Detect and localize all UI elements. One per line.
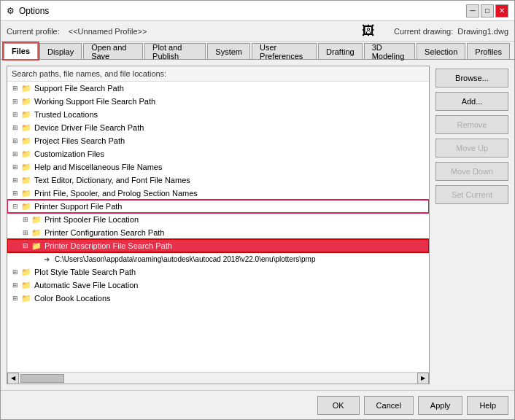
tree-item-support-search[interactable]: ⊞ 📁 Support File Search Path [7,82,429,95]
item-label: Help and Miscellaneous File Names [34,163,162,171]
tree-item-printer-desc-path[interactable]: ⊞ ➜ C:\Users\Jason\appdata\roaming\autod… [7,252,429,265]
folder-icon: 📁 [20,148,32,160]
expand-icon[interactable]: ⊞ [10,136,20,146]
folder-icon: 📁 [31,240,42,252]
add-button[interactable]: Add... [435,92,508,111]
tree-item-trusted[interactable]: ⊞ 📁 Trusted Locations [7,108,429,121]
tab-plot-publish[interactable]: Plot and Publish [144,43,206,59]
tab-display[interactable]: Display [39,43,82,59]
close-button[interactable]: ✕ [495,4,508,18]
folder-icon: 📁 [20,82,32,94]
item-label: Printer Support File Path [34,202,122,211]
tree-item-device-driver[interactable]: ⊞ 📁 Device Driver File Search Path [7,121,429,134]
folder-icon: 📁 [20,122,32,133]
expand-icon[interactable]: ⊟ [10,201,20,211]
item-label: Automatic Save File Location [34,281,138,289]
move-down-button[interactable]: Move Down [435,162,508,181]
tab-selection[interactable]: Selection [417,43,465,59]
current-profile-label: Current profile: [7,27,60,36]
expand-icon[interactable]: ⊞ [20,228,31,238]
item-label: Color Book Locations [34,294,111,303]
tab-user-pref[interactable]: User Preferences [252,43,317,59]
right-panel: Browse... Add... Remove Move Up Move Dow… [435,66,508,384]
tree-item-plot-style[interactable]: ⊞ 📁 Plot Style Table Search Path [7,265,429,279]
tree-item-printer-config[interactable]: ⊞ 📁 Printer Configuration Search Path [7,226,429,239]
item-label: C:\Users\Jason\appdata\roaming\autodesk\… [55,255,315,263]
current-profile-value: <<Unnamed Profile>> [69,27,147,36]
folder-icon: 📁 [31,214,42,225]
folder-icon: 📁 [20,292,32,304]
set-current-button[interactable]: Set Current [435,185,508,204]
expand-icon[interactable]: ⊞ [10,280,20,290]
item-label: Print Spooler File Location [44,215,139,224]
expand-icon[interactable]: ⊞ [10,267,20,277]
window-title: Options [19,6,49,16]
maximize-button[interactable]: □ [481,4,494,18]
tree-item-help-misc[interactable]: ⊞ 📁 Help and Miscellaneous File Names [7,160,429,174]
expand-icon[interactable]: ⊞ [10,293,20,303]
tab-open-save[interactable]: Open and Save [83,43,143,59]
item-label: Plot Style Table Search Path [34,268,136,276]
content-area: Search paths, file names, and file locat… [1,60,514,390]
title-bar: ⚙ Options ─ □ ✕ [1,1,514,21]
item-label: Customization Files [34,149,104,158]
folder-icon: 📁 [20,135,32,147]
move-up-button[interactable]: Move Up [435,139,508,158]
tree-item-working-support[interactable]: ⊞ 📁 Working Support File Search Path [7,95,429,108]
tree-item-printer-desc[interactable]: ⊟ 📁 Printer Description File Search Path [7,239,429,252]
expand-icon[interactable]: ⊞ [10,83,20,93]
tab-3d-modeling[interactable]: 3D Modeling [364,43,415,59]
tree-item-auto-save[interactable]: ⊞ 📁 Automatic Save File Location [7,279,429,292]
arrow-icon: ➜ [41,253,53,265]
folder-icon: 📁 [31,227,42,238]
item-label: Printer Configuration Search Path [44,228,164,237]
expand-icon[interactable]: ⊞ [10,188,20,198]
minimize-button[interactable]: ─ [466,4,479,18]
folder-icon: 📁 [20,109,32,120]
ok-button[interactable]: OK [317,396,360,415]
horizontal-scrollbar[interactable]: ◀ ▶ [7,372,429,384]
left-panel: Search paths, file names, and file locat… [7,66,430,384]
item-label: Device Driver File Search Path [34,123,144,132]
scroll-track[interactable] [19,373,417,384]
expand-icon[interactable]: ⊞ [10,162,20,172]
tree-item-printer-support[interactable]: ⊟ 📁 Printer Support File Path [7,200,429,213]
tab-system[interactable]: System [207,43,250,59]
item-label: Project Files Search Path [34,136,125,145]
item-label: Working Support File Search Path [34,97,155,106]
expand-icon[interactable]: ⊟ [20,241,31,251]
title-bar-left: ⚙ Options [7,6,49,16]
title-controls: ─ □ ✕ [466,4,508,18]
apply-button[interactable]: Apply [418,396,463,415]
expand-icon[interactable]: ⊞ [10,96,20,106]
expand-icon[interactable]: ⊞ [10,109,20,120]
scroll-thumb[interactable] [20,374,64,383]
cancel-button[interactable]: Cancel [364,396,414,415]
scroll-left-btn[interactable]: ◀ [7,373,19,384]
help-button[interactable]: Help [467,396,508,415]
expand-icon[interactable]: ⊞ [10,122,20,133]
folder-icon: 📁 [20,279,32,291]
tabs-bar: Files Display Open and Save Plot and Pub… [1,42,514,60]
expand-icon[interactable]: ⊞ [20,214,31,225]
item-label: Support File Search Path [34,84,124,93]
tree-item-print-file[interactable]: ⊞ 📁 Print File, Spooler, and Prolog Sect… [7,187,429,200]
tree-area[interactable]: ⊞ 📁 Support File Search Path ⊞ 📁 Working… [7,82,429,372]
tab-drafting[interactable]: Drafting [318,43,363,59]
expand-icon[interactable]: ⊞ [10,149,20,159]
scroll-right-btn[interactable]: ▶ [417,373,429,384]
expand-icon[interactable]: ⊞ [10,175,20,185]
folder-icon: 📁 [20,266,32,278]
tab-profiles[interactable]: Profiles [467,43,510,59]
folder-icon: 📁 [20,187,32,199]
remove-button[interactable]: Remove [435,115,508,134]
tree-item-text-editor[interactable]: ⊞ 📁 Text Editor, Dictionary, and Font Fi… [7,174,429,187]
browse-button[interactable]: Browse... [435,69,508,88]
folder-icon: 📁 [20,96,32,107]
tree-item-project-files[interactable]: ⊞ 📁 Project Files Search Path [7,134,429,147]
item-label: Printer Description File Search Path [44,241,172,250]
tree-item-color-book[interactable]: ⊞ 📁 Color Book Locations [7,292,429,305]
tree-item-customization[interactable]: ⊞ 📁 Customization Files [7,147,429,160]
tab-files[interactable]: Files [4,43,38,59]
tree-item-print-spooler[interactable]: ⊞ 📁 Print Spooler File Location [7,213,429,226]
